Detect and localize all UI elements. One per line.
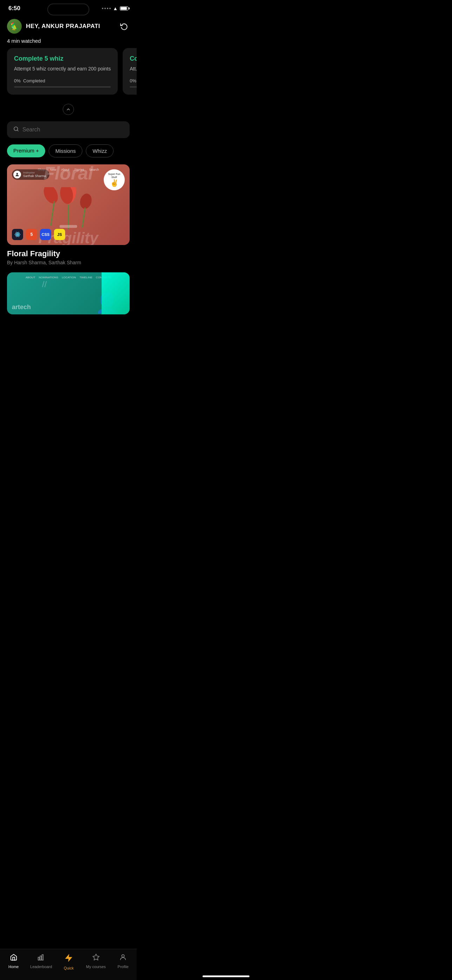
challenge-card-2: Co... Att... po... 0% bbox=[123, 48, 137, 95]
chevron-up-container[interactable] bbox=[0, 100, 137, 121]
challenge-progress-label-2: 0% bbox=[130, 78, 137, 83]
challenge-desc-1: Attempt 5 whiz correctly and earn 200 po… bbox=[14, 65, 111, 73]
super-fun-badge: Super Fun Stuff ✌️ bbox=[104, 169, 125, 190]
search-placeholder: Search bbox=[22, 127, 40, 133]
filter-tab-whizz[interactable]: Whizz bbox=[86, 145, 113, 158]
dynamic-island bbox=[47, 3, 89, 16]
history-icon[interactable] bbox=[118, 21, 130, 32]
tech-icons: 5 CSS JS bbox=[12, 229, 65, 240]
filter-tab-missions[interactable]: Missions bbox=[49, 145, 82, 158]
avatar-emoji: 🦜 bbox=[10, 22, 19, 30]
filter-tab-premium[interactable]: Premium + bbox=[7, 145, 45, 158]
challenge-title-2: Co... bbox=[130, 55, 137, 62]
svg-line-1 bbox=[17, 130, 18, 131]
svg-point-3 bbox=[41, 187, 60, 206]
status-bar: 6:50 ▲ bbox=[0, 0, 137, 15]
avatar: 🦜 bbox=[7, 19, 22, 33]
watch-time-text: 4 min watched bbox=[7, 38, 41, 44]
challenge-title-1: Complete 5 whiz bbox=[14, 55, 111, 62]
challenge-percent-1: 0% bbox=[14, 78, 21, 83]
search-container[interactable]: Search bbox=[0, 121, 137, 145]
course-card-artech[interactable]: ABOUT NOMINATIONS LOCATION TIMELINE CONT… bbox=[7, 272, 130, 314]
course-title-floral: Floral Fragility bbox=[7, 249, 130, 258]
search-icon bbox=[13, 126, 19, 133]
challenge-percent-2: 0% bbox=[130, 78, 136, 83]
status-time: 6:50 bbox=[8, 5, 20, 12]
challenge-suffix-1: Completed bbox=[23, 78, 45, 83]
signal-dots bbox=[102, 8, 111, 9]
svg-point-11 bbox=[17, 234, 18, 235]
challenges-scroll[interactable]: Complete 5 whiz Attempt 5 whiz correctly… bbox=[0, 48, 137, 100]
challenge-progress-label-1: 0% Completed bbox=[14, 78, 111, 83]
artech-brand-text: artech bbox=[12, 304, 31, 311]
progress-bar-bg-1 bbox=[14, 86, 111, 88]
chevron-up-button[interactable] bbox=[63, 104, 74, 115]
wifi-icon: ▲ bbox=[113, 6, 118, 11]
filter-tabs: Premium + Missions Whizz bbox=[0, 145, 137, 164]
search-box[interactable]: Search bbox=[7, 121, 130, 138]
svg-line-4 bbox=[51, 201, 54, 226]
challenge-card-1: Complete 5 whiz Attempt 5 whiz correctly… bbox=[7, 48, 118, 95]
battery-icon bbox=[120, 6, 128, 11]
watch-time: 4 min watched bbox=[0, 37, 137, 48]
status-icons: ▲ bbox=[102, 6, 128, 11]
tech-icon-js: JS bbox=[54, 229, 65, 240]
tech-icon-css: CSS bbox=[40, 229, 51, 240]
tech-icon-html: 5 bbox=[26, 229, 37, 240]
courses-list: Shop New About Stories Search I bbox=[0, 164, 137, 314]
svg-line-9 bbox=[82, 207, 85, 228]
challenge-desc-2: Att... po... bbox=[130, 65, 137, 73]
course-thumbnail-artech: ABOUT NOMINATIONS LOCATION TIMELINE CONT… bbox=[7, 272, 130, 314]
tech-icon-react bbox=[12, 229, 23, 240]
greeting-text: HEY, ANKUR PRAJAPATI bbox=[26, 23, 100, 30]
svg-rect-10 bbox=[60, 225, 77, 228]
flowers bbox=[40, 187, 96, 229]
course-card-floral[interactable]: Shop New About Stories Search I bbox=[7, 164, 130, 265]
svg-point-8 bbox=[78, 192, 93, 210]
course-thumbnail-floral: Shop New About Stories Search I bbox=[7, 164, 130, 245]
header-left: 🦜 HEY, ANKUR PRAJAPATI bbox=[7, 19, 100, 33]
course-authors-floral: By Harsh Sharma, Sarthak Sharm bbox=[7, 260, 130, 265]
header: 🦜 HEY, ANKUR PRAJAPATI bbox=[0, 15, 137, 37]
progress-bar-bg-2 bbox=[130, 86, 137, 88]
